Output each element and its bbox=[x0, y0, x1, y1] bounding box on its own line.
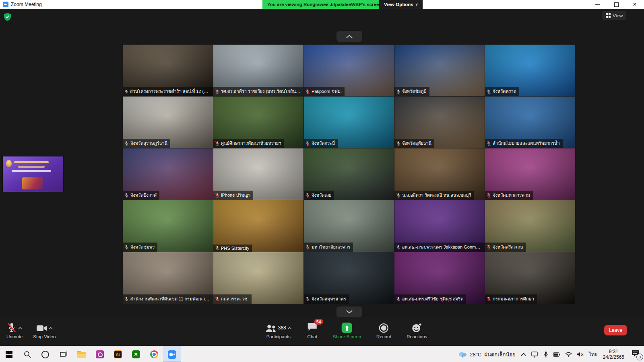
chat-label: Chat bbox=[308, 335, 317, 339]
participant-label: อพ.สธ.-มรภ.พระนคร Jakkapan Gonman... bbox=[394, 243, 485, 252]
video-tile[interactable]: จังหวัดมหาสารคาม bbox=[485, 148, 575, 200]
video-tile[interactable]: จังหวัดสุราษฎร์ธานี bbox=[123, 97, 213, 148]
video-tile[interactable]: จังหวัดศรีสะเกษ bbox=[485, 200, 575, 252]
video-tile[interactable]: ศูนย์ศึกษาการพัฒนาห้วยทรายฯ bbox=[213, 97, 303, 148]
video-tile[interactable]: สำนักงานพัฒนาที่ดินเขต 11 กรมพัฒนาที่ดิน bbox=[123, 252, 213, 304]
view-button[interactable]: View bbox=[602, 11, 626, 20]
video-tile[interactable]: มหาวิทยาลัยนเรศวร bbox=[304, 200, 394, 252]
chevron-up-icon[interactable] bbox=[288, 327, 292, 329]
video-tile[interactable]: สำนักนโยบายและแผนทรัพยากรน้ำ bbox=[485, 97, 575, 148]
video-tile[interactable]: น.ส.อสิตรา รัตตะมณี หน.สนจ.ชลบุรี bbox=[394, 148, 485, 200]
video-tile[interactable]: อพ.สธ.-มรภ.พระนคร Jakkapan Gonman... bbox=[394, 200, 485, 252]
participant-label: PHS Sistercity bbox=[213, 245, 252, 252]
shared-screen-thumbnail[interactable] bbox=[3, 156, 63, 192]
muted-mic-icon bbox=[305, 245, 310, 250]
participant-name: น.ส.อสิตรา รัตตะมณี หน.สนจ.ชลบุรี bbox=[402, 191, 471, 199]
security-shield-icon[interactable] bbox=[4, 13, 11, 23]
muted-mic-icon bbox=[487, 245, 491, 250]
participant-label: น.ส.อสิตรา รัตตะมณี หน.สนจ.ชลบุรี bbox=[394, 191, 474, 200]
video-tile[interactable]: จังหวัดเลย bbox=[304, 148, 394, 200]
muted-mic-icon bbox=[124, 141, 129, 146]
chevron-up-icon[interactable] bbox=[521, 353, 526, 356]
thumbnail-picture bbox=[22, 177, 43, 189]
chevron-up-icon[interactable] bbox=[49, 327, 53, 329]
tray-icons bbox=[521, 351, 584, 358]
participant-name: จังหวัดสมุทรสาคร bbox=[312, 295, 346, 302]
participant-label: จังหวัดสุราษฎร์ธานี bbox=[123, 139, 170, 148]
minimize-button[interactable]: — bbox=[588, 0, 607, 9]
chevron-up-icon bbox=[346, 35, 353, 38]
start-icon[interactable] bbox=[0, 346, 18, 362]
chrome-icon[interactable] bbox=[145, 346, 163, 362]
chevron-up-icon[interactable] bbox=[18, 327, 22, 329]
window-controls: — ✕ bbox=[588, 0, 644, 9]
restore-button[interactable] bbox=[607, 0, 625, 9]
mic-icon[interactable] bbox=[543, 351, 548, 358]
video-camera-icon bbox=[36, 323, 47, 333]
cast-icon[interactable] bbox=[531, 352, 539, 358]
reactions-button[interactable]: Reactions bbox=[407, 321, 427, 339]
file-explorer-icon[interactable] bbox=[72, 346, 91, 362]
video-tile[interactable]: จังหวัดชุมพร bbox=[123, 200, 213, 252]
record-button[interactable]: Record bbox=[376, 321, 391, 339]
participants-button[interactable]: 388 Participants bbox=[265, 321, 292, 339]
video-tile[interactable]: จังหวัดบึงกาฬ bbox=[123, 148, 213, 200]
leave-button[interactable]: Leave bbox=[604, 325, 627, 335]
participant-label: รศ.ดร.อาคีรา ราชเวียง (มทร.รัตนโกสินทร์) bbox=[213, 87, 303, 96]
view-options-label: View Options bbox=[384, 2, 413, 7]
xbox-icon[interactable]: ✕ bbox=[127, 346, 145, 362]
video-tile[interactable]: จังหวัดอุทัยธานี bbox=[394, 97, 485, 148]
participant-name: ศูนย์ศึกษาการพัฒนาห้วยทรายฯ bbox=[221, 140, 281, 147]
task-view-icon[interactable] bbox=[54, 346, 72, 362]
video-tile[interactable]: รศ.ดร.อาคีรา ราชเวียง (มทร.รัตนโกสินทร์) bbox=[213, 45, 303, 96]
video-tile[interactable]: iPhone ปรัชญา bbox=[213, 148, 303, 200]
volume-muted-icon[interactable] bbox=[577, 352, 584, 357]
video-tile[interactable]: จังหวัดกระบี่ bbox=[304, 97, 394, 148]
viewing-screen-banner: You are viewing Rungrawee JitpakdeeWBP's… bbox=[262, 0, 386, 9]
participant-name: จังหวัดศรีสะเกษ bbox=[493, 243, 523, 251]
taskbar-clock[interactable]: 9:31 24/2/2565 bbox=[603, 349, 624, 360]
share-screen-button[interactable]: Share Screen bbox=[333, 321, 361, 339]
video-tile[interactable]: จังหวัดตราด bbox=[485, 45, 575, 96]
chat-button[interactable]: 54 Chat bbox=[307, 321, 318, 339]
video-tile[interactable]: กรกมล-สภาการศึกษา bbox=[485, 252, 575, 304]
muted-mic-icon bbox=[124, 245, 129, 250]
share-screen-label: Share Screen bbox=[333, 335, 361, 339]
unmute-button[interactable]: Unmute bbox=[6, 321, 23, 339]
participant-name: กรกมล-สภาการศึกษา bbox=[493, 295, 534, 302]
close-button[interactable]: ✕ bbox=[625, 0, 644, 9]
weather-widget[interactable]: 28°C ฝนตกเล็กน้อย bbox=[458, 350, 515, 359]
muted-mic-icon bbox=[215, 89, 219, 94]
wifi-icon[interactable] bbox=[565, 352, 572, 357]
muted-mic-icon bbox=[305, 296, 310, 302]
media-app-icon[interactable] bbox=[91, 346, 109, 362]
scroll-up-button[interactable] bbox=[336, 31, 362, 42]
muted-mic-icon bbox=[215, 193, 219, 198]
reactions-smiley-icon bbox=[412, 323, 422, 333]
view-options-button[interactable]: View Options ∨ bbox=[379, 0, 423, 9]
video-tile[interactable]: Pakpoom ชฟม. bbox=[304, 45, 394, 96]
video-tile[interactable]: กมลวรรณ วช. bbox=[213, 252, 303, 304]
participant-name: ส่วนโครงการพระราชดำริฯ สจป.ที่ 12 (นครศ.… bbox=[130, 88, 210, 95]
illustrator-icon[interactable]: Ai bbox=[109, 346, 127, 362]
video-tile[interactable]: PHS Sistercity bbox=[213, 200, 303, 252]
notification-center-button[interactable]: 3 bbox=[631, 350, 642, 359]
video-tile[interactable]: ส่วนโครงการพระราชดำริฯ สจป.ที่ 12 (นครศ.… bbox=[123, 45, 213, 96]
participant-label: จังหวัดชุมพร bbox=[123, 243, 157, 252]
cortana-icon[interactable] bbox=[36, 346, 54, 362]
share-screen-icon bbox=[342, 323, 352, 333]
zoom-icon[interactable] bbox=[163, 346, 181, 362]
title-bar: Zoom Meeting You are viewing Rungrawee J… bbox=[0, 0, 644, 9]
participant-label: Pakpoom ชฟม. bbox=[304, 87, 345, 96]
weather-rain-icon bbox=[458, 351, 467, 358]
search-icon[interactable] bbox=[18, 346, 36, 362]
muted-mic-icon bbox=[305, 141, 310, 146]
language-indicator[interactable]: ไทย bbox=[589, 350, 598, 358]
video-tile[interactable]: อพ.สธ-มทร.ศรีวิชัย ชุตินุช สุจริต bbox=[394, 252, 485, 304]
stop-video-button[interactable]: Stop Video bbox=[33, 321, 56, 339]
muted-mic-icon bbox=[396, 89, 400, 94]
video-tile[interactable]: จังหวัดชัยภูมิ bbox=[394, 45, 485, 96]
battery-icon[interactable] bbox=[553, 352, 560, 357]
video-tile[interactable]: จังหวัดสมุทรสาคร bbox=[304, 252, 394, 304]
scroll-down-button[interactable] bbox=[336, 306, 362, 317]
